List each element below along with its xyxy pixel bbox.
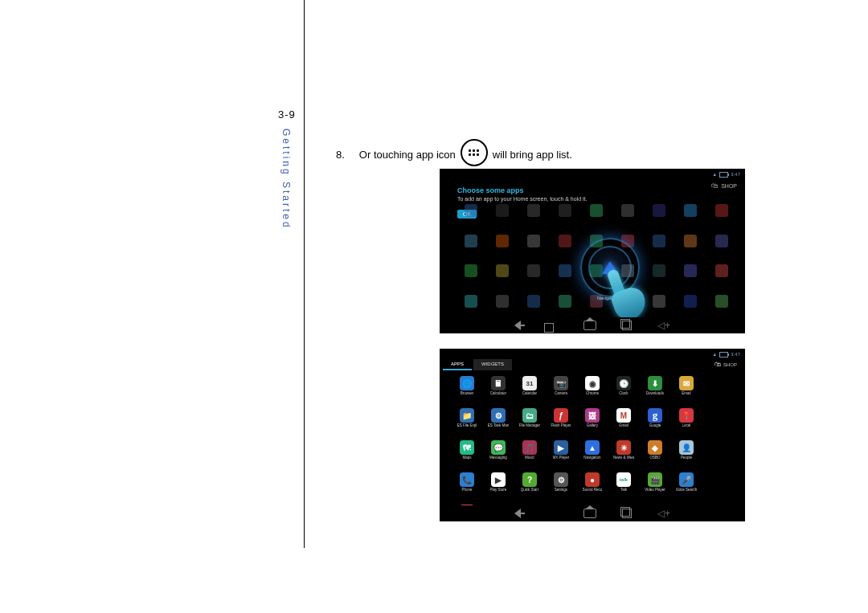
app-cell[interactable] [707, 287, 737, 316]
app-cell[interactable]: 31Calendar [515, 376, 544, 405]
app-cell[interactable] [456, 196, 485, 225]
app-cell[interactable]: ◆OSBO [641, 440, 669, 469]
app-cell[interactable] [676, 287, 706, 316]
app-cell[interactable]: ●Sound Reco [578, 472, 607, 501]
app-cell[interactable] [487, 227, 517, 255]
app-label: Video Player [645, 488, 665, 492]
app-label: Calendar [522, 391, 537, 395]
app-cell[interactable]: ✉Email [672, 376, 701, 405]
app-cell[interactable]: 🌐Browser [452, 376, 481, 405]
app-cell[interactable] [487, 196, 517, 225]
shop-link[interactable]: SHOP [711, 182, 737, 190]
app-cell[interactable]: MGmail [609, 408, 638, 437]
app-label: Voice Search [676, 488, 698, 492]
app-icon: 🗺 [460, 440, 474, 455]
app-cell[interactable]: ⚙ES Task Man [484, 408, 513, 437]
nav-bar: ◁+ [440, 317, 745, 333]
app-icon: 📞 [460, 472, 474, 487]
app-cell[interactable] [581, 196, 611, 225]
app-cell[interactable] [707, 227, 737, 255]
nav-bar: ◁+ [440, 505, 745, 521]
app-cell[interactable]: talkTalk [609, 472, 638, 501]
app-cell[interactable]: 🖼Gallery [578, 408, 607, 437]
app-cell[interactable]: ☀News & Wea [609, 440, 638, 469]
nav-back-icon[interactable] [514, 321, 521, 330]
app-cell[interactable] [550, 196, 579, 225]
app-cell[interactable] [487, 287, 517, 316]
app-label: Flash Player [551, 423, 571, 427]
margin-rule [304, 0, 305, 548]
app-cell[interactable]: ⚙Settings [547, 472, 575, 501]
app-cell[interactable] [707, 257, 737, 286]
app-cell[interactable]: ?Quick Start [515, 472, 544, 501]
nav-recent-icon[interactable] [622, 509, 632, 518]
nav-volume-icon[interactable]: ◁+ [657, 320, 670, 331]
app-cell[interactable] [550, 227, 579, 255]
app-cell[interactable]: 👤People [672, 440, 701, 469]
app-cell[interactable]: 📍Local [672, 408, 701, 437]
app-cell[interactable] [518, 196, 548, 225]
app-cell[interactable]: 🖩Calculator [484, 376, 513, 405]
app-cell[interactable] [676, 196, 706, 225]
app-grid: 🌐Browser🖩Calculator31Calendar📷Camera◉Chr… [452, 376, 732, 502]
app-cell[interactable]: 🎵Music [515, 440, 544, 469]
app-cell[interactable] [487, 257, 517, 286]
app-cell[interactable]: 🗂File Manager [515, 408, 544, 437]
app-cell[interactable]: 🕒Clock [609, 376, 638, 405]
app-cell[interactable]: 🎬Video Player [641, 472, 669, 501]
app-cell[interactable] [518, 257, 548, 286]
app-cell[interactable] [613, 196, 643, 225]
app-icon: 31 [522, 376, 537, 390]
shop-link[interactable]: SHOP [714, 361, 737, 368]
app-label: MX Player [553, 456, 570, 460]
nav-volume-icon[interactable]: ◁+ [657, 508, 670, 519]
app-cell[interactable]: 📷Camera [547, 376, 575, 405]
app-label: Phone [461, 488, 472, 492]
app-cell[interactable]: 📁ES File Expl [452, 408, 481, 437]
app-cell[interactable] [456, 227, 485, 255]
app-icon: 📁 [460, 408, 474, 423]
app-icon: ⚙ [491, 408, 506, 423]
app-cell[interactable] [550, 257, 579, 286]
app-cell[interactable]: ⬇Downloads [641, 376, 669, 405]
app-cell[interactable] [707, 196, 737, 225]
app-label: Gmail [619, 423, 628, 427]
app-cell[interactable] [645, 196, 674, 225]
app-label: Camera [555, 391, 567, 395]
app-cell[interactable] [676, 227, 706, 255]
app-label: Calculator [490, 391, 506, 395]
app-label: ES File Expl [457, 423, 477, 427]
app-cell[interactable] [518, 227, 548, 255]
nav-home-icon[interactable] [583, 321, 596, 330]
app-cell[interactable] [456, 287, 485, 316]
app-icon: 🖼 [585, 408, 600, 423]
app-cell[interactable]: ▶MX Player [547, 440, 575, 469]
app-cell[interactable] [518, 287, 548, 316]
app-cell[interactable]: ƒFlash Player [547, 408, 575, 437]
app-cell[interactable] [456, 257, 485, 286]
nav-recent-icon[interactable] [622, 321, 632, 330]
app-cell[interactable]: 📞Phone [452, 472, 481, 501]
tab-widgets[interactable]: WIDGETS [473, 359, 512, 370]
app-cell[interactable] [676, 257, 706, 286]
screenshot-choose-apps: 3:47 SHOP Choose some apps To add an app… [440, 169, 745, 333]
app-cell[interactable]: 🗺Maps [452, 440, 481, 469]
app-cell[interactable]: ▶Play Store [484, 472, 513, 501]
app-icon: ? [522, 472, 537, 487]
app-cell[interactable]: 💬Messaging [484, 440, 513, 469]
app-cell[interactable]: gGoogle [641, 408, 669, 437]
tab-apps[interactable]: APPS [443, 359, 472, 370]
app-icon: 🌐 [460, 376, 474, 390]
app-cell[interactable]: ▲Navigation [578, 440, 607, 469]
status-time: 3:47 [731, 352, 740, 357]
nav-home-icon[interactable] [583, 509, 596, 518]
app-icon: 🗂 [522, 408, 537, 423]
app-label: People [681, 456, 692, 460]
app-label: Local [682, 423, 691, 427]
app-cell[interactable]: 🎤Voice Search [672, 472, 701, 501]
hint-title: Choose some apps [440, 180, 745, 196]
app-cell[interactable]: ◉Chrome [578, 376, 607, 405]
nav-back-icon[interactable] [514, 509, 521, 518]
app-cell[interactable] [550, 287, 579, 316]
app-cell[interactable] [645, 227, 674, 255]
